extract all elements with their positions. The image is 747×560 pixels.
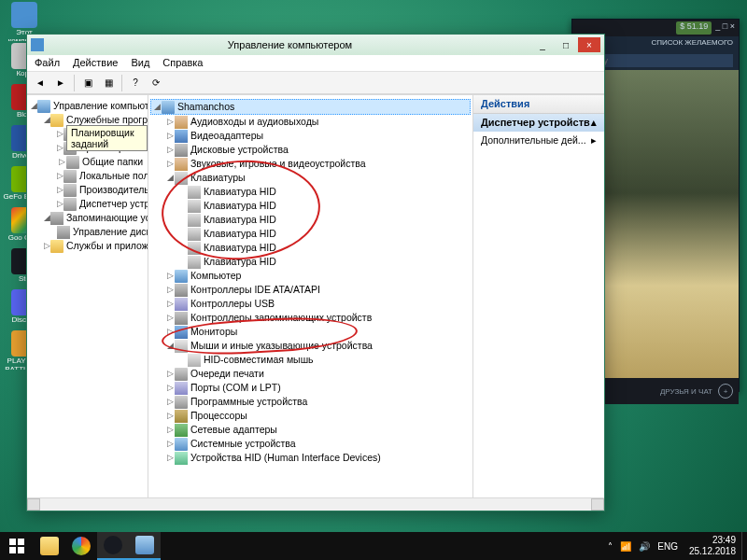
- device-category[interactable]: ▷Устройства HID (Human Interface Devices…: [163, 451, 471, 465]
- device-category[interactable]: ◢Клавиатуры: [163, 171, 471, 185]
- device-category[interactable]: ▷Системные устройства: [163, 437, 471, 451]
- tree-item[interactable]: ▷Просмотр событий: [55, 141, 146, 155]
- menu-action[interactable]: Действие: [73, 57, 118, 69]
- console-tree-pane[interactable]: ◢Управление компьютером (л ◢Служебные пр…: [27, 95, 148, 497]
- up-button[interactable]: ▣: [78, 74, 97, 92]
- device-category[interactable]: ▷Программные устройства: [163, 395, 471, 409]
- show-desktop-button[interactable]: [741, 532, 747, 560]
- tree-item[interactable]: ▷Общие папки: [55, 155, 146, 169]
- tree-item[interactable]: ▷Локальные пользовател: [55, 169, 146, 183]
- device-category[interactable]: ▷Звуковые, игровые и видеоустройства: [163, 157, 471, 171]
- device-category[interactable]: ▷Очереди печати: [163, 367, 471, 381]
- toolbar: ◄ ► ▣ ▦ ? ⟳: [27, 72, 604, 94]
- tree-services-apps[interactable]: ▷Службы и приложения: [42, 239, 146, 253]
- device-category[interactable]: ▷Мониторы: [163, 325, 471, 339]
- device-category[interactable]: ▷Контроллеры запоминающих устройств: [163, 311, 471, 325]
- taskbar-item-chrome[interactable]: [65, 532, 97, 560]
- window-controls[interactable]: _ □ ×: [715, 21, 735, 35]
- scroll-right-button[interactable]: [591, 498, 604, 511]
- close-button[interactable]: ×: [578, 37, 600, 52]
- tray-chevron-icon[interactable]: ˄: [608, 541, 613, 552]
- actions-more[interactable]: Дополнительные дей... ▸: [473, 132, 604, 148]
- menu-view[interactable]: Вид: [131, 57, 149, 69]
- svg-rect-2: [9, 547, 16, 553]
- taskbar: ˄ 📶 🔊 ENG 23:49 25.12.2018: [0, 532, 747, 560]
- menu-help[interactable]: Справка: [162, 57, 203, 69]
- computer-management-window: Управление компьютером _ □ × Файл Действ…: [26, 34, 605, 511]
- device-item[interactable]: Клавиатура HID: [176, 199, 471, 213]
- device-root[interactable]: ◢Shamanchos: [150, 99, 471, 115]
- actions-header: Действия: [473, 95, 604, 114]
- device-category[interactable]: ▷Сетевые адаптеры: [163, 423, 471, 437]
- taskbar-item-steam[interactable]: [97, 532, 129, 560]
- taskbar-item-explorer[interactable]: [34, 532, 65, 560]
- window-title: Управление компьютером: [49, 39, 530, 50]
- device-category[interactable]: ▷Аудиовходы и аудиовыходы: [163, 115, 471, 129]
- svg-rect-1: [18, 539, 24, 545]
- system-tray[interactable]: ˄ 📶 🔊 ENG: [602, 541, 684, 552]
- tray-language[interactable]: ENG: [657, 541, 678, 552]
- device-item[interactable]: Клавиатура HID: [176, 227, 471, 241]
- tree-item[interactable]: Управление дисками: [55, 225, 146, 239]
- maximize-button[interactable]: □: [555, 37, 577, 52]
- device-item[interactable]: Клавиатура HID: [176, 241, 471, 255]
- menubar: Файл Действие Вид Справка: [27, 55, 604, 72]
- tree-item[interactable]: ▷Производительность: [55, 183, 146, 197]
- friends-label[interactable]: ДРУЗЬЯ И ЧАТ: [660, 387, 712, 396]
- tree-item[interactable]: ▷Диспетчер устройств: [55, 197, 146, 211]
- device-category[interactable]: ▷Порты (COM и LPT): [163, 381, 471, 395]
- back-button[interactable]: ◄: [31, 74, 49, 92]
- taskbar-clock[interactable]: 23:49 25.12.2018: [684, 535, 741, 557]
- start-button[interactable]: [0, 532, 34, 560]
- device-category[interactable]: ▷Видеоадаптеры: [163, 129, 471, 143]
- svg-rect-0: [9, 539, 16, 545]
- device-category[interactable]: ◢Мыши и иные указывающие устройства: [163, 339, 471, 353]
- device-category[interactable]: ▷Контроллеры IDE ATA/ATAPI: [163, 283, 471, 297]
- device-category[interactable]: ▷Компьютер: [163, 269, 471, 283]
- help-button[interactable]: ?: [126, 74, 145, 92]
- menu-file[interactable]: Файл: [35, 57, 60, 69]
- device-item[interactable]: Клавиатура HID: [176, 213, 471, 227]
- tree-item[interactable]: ▷Планировщик заданий: [55, 127, 146, 141]
- actions-section[interactable]: Диспетчер устройств▴: [473, 114, 604, 132]
- taskbar-item-mmc[interactable]: [129, 532, 161, 560]
- horizontal-scrollbar[interactable]: [27, 497, 604, 511]
- device-item[interactable]: Клавиатура HID: [176, 255, 471, 269]
- steam-balance-badge: $ 51.19: [676, 21, 712, 35]
- device-category[interactable]: ▷Процессоры: [163, 409, 471, 423]
- tray-network-icon[interactable]: 📶: [620, 541, 631, 552]
- tree-storage[interactable]: ◢Запоминающие устройст: [42, 211, 146, 225]
- titlebar[interactable]: Управление компьютером _ □ ×: [27, 35, 604, 55]
- device-category[interactable]: ▷Контроллеры USB: [163, 297, 471, 311]
- show-hide-button[interactable]: ▦: [99, 74, 118, 92]
- collapse-icon[interactable]: ▴: [591, 117, 597, 129]
- tree-root[interactable]: ◢Управление компьютером (л: [29, 99, 146, 113]
- device-category[interactable]: ▷Дисковые устройства: [163, 143, 471, 157]
- scroll-left-button[interactable]: [27, 498, 40, 511]
- actions-pane: Действия Диспетчер устройств▴ Дополнител…: [473, 95, 604, 497]
- forward-button[interactable]: ►: [51, 74, 70, 92]
- tray-volume-icon[interactable]: 🔊: [639, 541, 650, 552]
- device-item[interactable]: HID-совместимая мышь: [176, 353, 471, 367]
- minimize-button[interactable]: _: [531, 37, 554, 52]
- device-item[interactable]: Клавиатура HID: [176, 185, 471, 199]
- device-tree-pane[interactable]: ◢Shamanchos▷Аудиовходы и аудиовыходы▷Вид…: [148, 95, 473, 497]
- svg-rect-3: [18, 547, 24, 553]
- refresh-button[interactable]: ⟳: [147, 74, 165, 92]
- tree-system-tools[interactable]: ◢Служебные программы: [42, 113, 146, 127]
- windows-logo-icon: [9, 539, 24, 553]
- app-icon: [31, 38, 44, 51]
- add-friend-icon[interactable]: +: [718, 384, 733, 399]
